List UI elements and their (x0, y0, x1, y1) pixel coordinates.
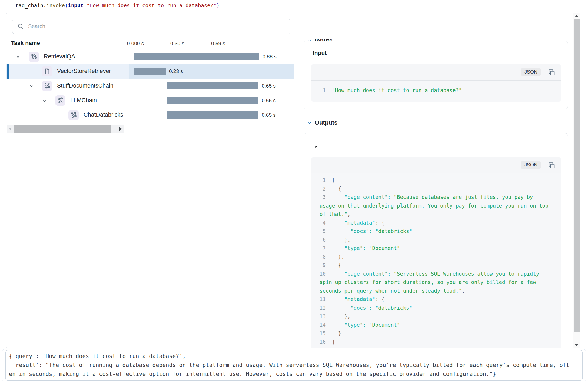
code-line: 9 { (320, 261, 561, 270)
scroll-down-arrow-icon[interactable] (575, 344, 579, 346)
duration-bar (134, 53, 259, 60)
scroll-up-arrow-icon[interactable] (575, 15, 579, 17)
line-number: 6 (320, 237, 332, 243)
line-number: 3 (320, 194, 332, 200)
copy-icon[interactable] (548, 162, 555, 170)
trace-panel: Task name 0.000 s0.30 s0.59 s RetrievalQ… (6, 13, 584, 348)
chevron-wrap[interactable] (16, 55, 20, 60)
output-code-body: 1 [ 2 { 3 "page_content": "Because datab… (311, 174, 561, 346)
collapse-chevron-icon[interactable] (314, 144, 318, 149)
task-icon-tile (42, 81, 52, 91)
code-line: 3 "page_content": "Because databases are… (320, 193, 561, 202)
task-row-VectorStoreRetriever[interactable]: VectorStoreRetriever0.23 s (6, 64, 294, 79)
result-text-line: {'query': 'How much does it cost to run … (9, 352, 579, 361)
line-number: 12 (320, 305, 332, 311)
time-axis-tick: 0.000 s (127, 41, 144, 46)
output-code-block: JSON 1 [ 2 { 3 "page_content": "Because … (311, 157, 561, 348)
expand-chevron-icon[interactable] (42, 99, 46, 103)
copy-icon[interactable] (548, 69, 555, 77)
notebook-code-line: rag_chain.invoke(input="How much does it… (15, 2, 220, 8)
code-line: usage on that underlying platform. You o… (320, 202, 561, 210)
code-line: 4 "metadata": { (320, 219, 561, 227)
code-line: 5 "docs": "databricks" (320, 227, 561, 236)
chevron-wrap[interactable] (42, 99, 46, 104)
chevron-wrap[interactable] (29, 84, 33, 89)
result-output-box: {'query': 'How much does it cost to run … (5, 350, 583, 381)
result-text-line: 'result': "The cost of running a databas… (9, 361, 579, 370)
json-format-badge[interactable]: JSON (521, 68, 541, 76)
code-line: 10 "page_content": "Serverless SQL Wareh… (320, 270, 561, 278)
input-code-body: 1 "How much does it cost to run a databa… (311, 81, 561, 95)
task-name-cell: StuffDocumentsChain (6, 79, 125, 93)
line-number: 13 (320, 313, 332, 319)
task-icon-tile (68, 110, 79, 120)
task-row-StuffDocumentsChain[interactable]: StuffDocumentsChain0.65 s (6, 79, 294, 93)
code-line: of that.", (320, 210, 561, 219)
result-text-line: en in seconds, making it a cost-effectiv… (9, 370, 579, 379)
duration-label: 0.65 s (262, 112, 276, 118)
chevron-down-icon[interactable] (307, 121, 312, 125)
task-name-label: RetrievalQA (44, 53, 75, 60)
vertical-scrollbar[interactable] (573, 13, 580, 348)
duration-label: 0.88 s (263, 54, 277, 60)
code-segment: "Because databases are just files, you p… (394, 194, 533, 200)
line-number: 9 (320, 262, 332, 268)
code-line: seconds per query when not under steady … (320, 287, 561, 295)
outputs-section-header[interactable]: Outputs (307, 121, 312, 126)
code-line: 6 }, (320, 236, 561, 244)
gridline (217, 64, 217, 79)
code-line: 13 }, (320, 312, 561, 321)
code-segment: "docs": (332, 305, 375, 311)
task-name-cell: VectorStoreRetriever (6, 64, 125, 79)
input-field-label: Input (313, 50, 327, 56)
code-segment: "docs": (332, 228, 375, 234)
chain-icon (30, 53, 37, 60)
code-segment: input (68, 2, 83, 8)
code-segment: }, (332, 237, 351, 243)
task-row-ChatDatabricks[interactable]: ChatDatabricks0.65 s (6, 108, 294, 122)
code-line: 1 "How much does it cost to run a databa… (320, 86, 561, 95)
duration-bar (167, 82, 258, 89)
line-number: 4 (320, 220, 332, 226)
scroll-left-arrow-icon[interactable] (9, 127, 11, 131)
code-segment: "How much does it cost to run a database… (87, 2, 216, 8)
code-line: 8 }, (320, 253, 561, 261)
input-code-header: JSON (311, 64, 561, 81)
task-icon-tile (42, 66, 52, 76)
time-axis-tick: 0.30 s (170, 41, 184, 46)
task-name-column-header: Task name (11, 40, 40, 46)
document-icon (44, 68, 51, 75)
expand-chevron-icon[interactable] (29, 84, 33, 88)
duration-bar (134, 68, 166, 75)
code-segment: = (84, 2, 87, 8)
code-line: 12 "docs": "databricks" (320, 304, 561, 312)
duration-bar (167, 97, 258, 104)
code-segment: invoke (46, 2, 65, 8)
task-name-label: ChatDatabricks (84, 112, 123, 118)
search-icon (17, 23, 24, 30)
code-segment: { (332, 262, 341, 268)
code-segment: "Serverless SQL Warehouses allow you to … (394, 271, 539, 277)
line-number: 10 (320, 271, 332, 277)
code-segment: "page_content": (332, 194, 394, 200)
task-icon-tile (55, 95, 65, 106)
task-row-RetrievalQA[interactable]: RetrievalQA0.88 s (6, 49, 294, 64)
code-line: 2 { (320, 185, 561, 193)
task-row-LLMChain[interactable]: LLMChain0.65 s (6, 93, 294, 108)
horizontal-scrollbar[interactable] (7, 125, 124, 133)
horizontal-scrollbar-thumb[interactable] (14, 125, 111, 133)
scroll-right-arrow-icon[interactable] (119, 127, 122, 131)
json-format-badge[interactable]: JSON (521, 161, 541, 169)
code-segment: } (332, 330, 341, 336)
search-box (12, 19, 290, 34)
code-segment: of that." (320, 211, 347, 217)
code-segment: "metadata": (332, 296, 381, 302)
line-number: 15 (320, 330, 332, 336)
search-input[interactable] (28, 19, 285, 34)
code-segment: , (462, 288, 465, 294)
input-code-block: JSON 1 "How much does it cost to run a d… (311, 64, 561, 102)
line-number: 2 (320, 186, 332, 192)
expand-chevron-icon[interactable] (16, 55, 20, 59)
code-segment: "page_content": (332, 271, 394, 277)
vertical-scrollbar-thumb[interactable] (574, 19, 580, 332)
